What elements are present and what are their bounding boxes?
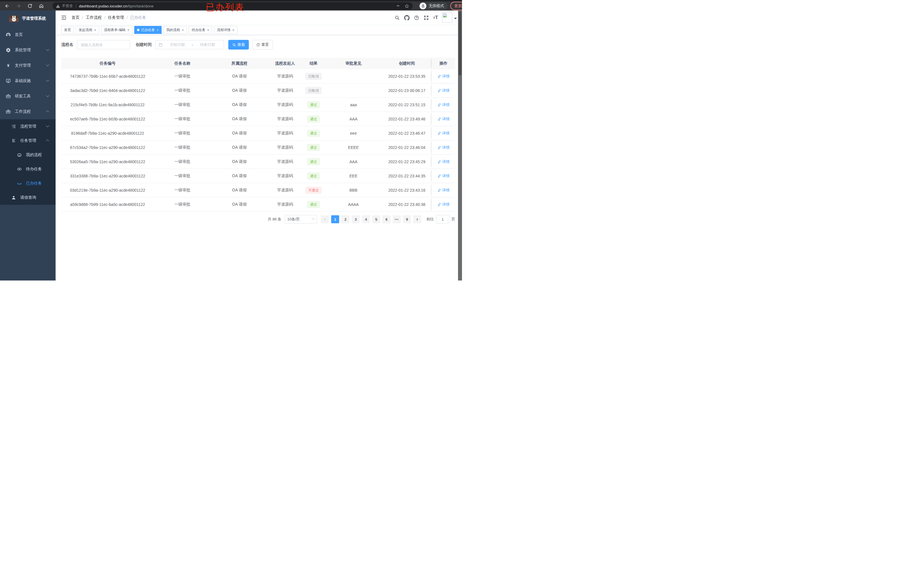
tag-close-icon[interactable]: × — [182, 28, 184, 32]
sidebar-item-8[interactable]: 我的流程 — [0, 148, 56, 162]
sidebar-item-11[interactable]: 请假查询 — [0, 190, 56, 205]
tag-close-icon[interactable]: × — [232, 28, 235, 32]
start-date-placeholder[interactable]: 开始日期 — [164, 42, 190, 47]
detail-link[interactable]: 详情 — [438, 188, 450, 193]
detail-link[interactable]: 详情 — [438, 117, 450, 121]
sidebar-item-3[interactable]: 基础设施 — [0, 73, 56, 88]
avatar[interactable] — [442, 12, 452, 23]
tag-close-icon[interactable]: × — [207, 28, 209, 32]
password-key-icon[interactable] — [396, 4, 400, 9]
sidebar-collapse-icon[interactable] — [61, 15, 67, 21]
sidebar-item-4[interactable]: 研发工具 — [0, 88, 56, 104]
result-badge: 通过 — [307, 201, 320, 208]
search-icon[interactable] — [394, 15, 400, 21]
url-host[interactable]: dashboard.yudao.iocoder.cn — [79, 4, 128, 8]
back-icon[interactable] — [4, 3, 10, 9]
breadcrumb-link[interactable]: 工作流程 — [86, 15, 102, 20]
tag-5[interactable]: 待办任务× — [189, 26, 212, 34]
content: 流程名 创建时间 开始日期 - 结束日期 搜索 重置 任务编号任务名称所属流程流… — [56, 35, 462, 280]
tag-close-icon[interactable]: × — [156, 28, 159, 32]
sidebar-item-2[interactable]: ¥支付管理 — [0, 58, 56, 73]
detail-link[interactable]: 详情 — [438, 202, 450, 207]
reload-icon[interactable] — [27, 3, 33, 9]
process-name-input[interactable] — [80, 42, 127, 47]
url-path[interactable]: /bpm/task/done — [128, 4, 154, 8]
goto-page-input[interactable] — [436, 215, 449, 224]
tag-close-icon[interactable]: × — [94, 28, 96, 32]
scrollbar-thumb[interactable] — [459, 11, 461, 75]
page-size-select[interactable]: 10条/页 — [285, 215, 317, 224]
search-button[interactable]: 搜索 — [228, 40, 249, 49]
avatar-dropdown-caret-icon[interactable] — [454, 18, 457, 21]
result-cell: 通过 — [302, 102, 325, 108]
tag-close-icon[interactable]: × — [128, 28, 130, 32]
starter-cell: 芋道源码 — [268, 145, 302, 150]
detail-link[interactable]: 详情 — [438, 145, 450, 150]
create-time-cell: 2022-01-22 23:40:38 — [382, 202, 432, 207]
page-button-5[interactable]: 5 — [372, 215, 380, 223]
active-tag-dot — [137, 29, 140, 31]
sidebar-item-5[interactable]: 工作流程 — [0, 104, 56, 119]
reset-button[interactable]: 重置 — [252, 40, 273, 49]
font-size-icon[interactable]: TT — [433, 15, 438, 21]
page-button-2[interactable]: 2 — [342, 215, 350, 223]
action-cell: 详情 — [432, 197, 455, 211]
sidebar-item-7[interactable]: 任务管理 — [0, 133, 56, 148]
detail-link[interactable]: 详情 — [438, 102, 450, 107]
tag-1[interactable]: 发起流程× — [76, 26, 99, 34]
detail-link[interactable]: 详情 — [438, 88, 450, 93]
detail-link-label: 详情 — [442, 202, 450, 207]
detail-link-label: 详情 — [442, 174, 450, 178]
detail-link[interactable]: 详情 — [438, 174, 450, 178]
page-button-3[interactable]: 3 — [352, 215, 360, 223]
end-date-placeholder[interactable]: 结束日期 — [194, 42, 221, 47]
tag-2[interactable]: 流程表单-编辑× — [101, 26, 132, 34]
bookmark-star-icon[interactable] — [404, 4, 409, 9]
edit-icon — [438, 174, 441, 178]
tag-4[interactable]: 我的流程× — [164, 26, 187, 34]
create-time-label: 创建时间 — [136, 42, 152, 47]
sidebar-item-1[interactable]: 系统管理 — [0, 42, 56, 58]
detail-link[interactable]: 详情 — [438, 74, 450, 79]
page-button-1[interactable]: 1 — [331, 215, 339, 223]
prev-page-button[interactable]: ‹ — [321, 215, 329, 223]
sidebar-item-9[interactable]: 待办任务 — [0, 162, 56, 176]
task-id-cell: 74736737-7b9b-11ec-b5b7-acde48001122 — [61, 74, 154, 79]
forward-icon[interactable] — [16, 3, 21, 9]
detail-link-label: 详情 — [442, 102, 450, 107]
edit-icon — [438, 202, 441, 206]
logo[interactable]: 芋道管理系统 — [0, 10, 56, 27]
task-name-cell: 一级审批 — [154, 88, 211, 93]
date-range-picker[interactable]: 开始日期 - 结束日期 — [155, 40, 224, 49]
sidebar-item-10[interactable]: 已办任务 — [0, 176, 56, 190]
tag-6[interactable]: 流程详情× — [214, 26, 237, 34]
sidebar-item-label: 已办任务 — [26, 181, 42, 186]
detail-link[interactable]: 详情 — [438, 159, 450, 164]
chevron-down-icon — [312, 217, 315, 220]
page-button-6[interactable]: 6 — [382, 215, 390, 223]
edit-icon — [438, 131, 441, 135]
home-icon[interactable] — [39, 3, 44, 9]
sidebar-item-6[interactable]: 流程管理 — [0, 119, 56, 133]
page-more-button[interactable]: ••• — [393, 215, 401, 223]
page-button-4[interactable]: 4 — [362, 215, 370, 223]
breadcrumb-link[interactable]: 首页 — [72, 15, 80, 20]
breadcrumb-link[interactable]: 任务管理 — [108, 15, 124, 20]
result-badge: 通过 — [307, 144, 320, 151]
result-badge: 通过 — [307, 130, 320, 137]
tag-3[interactable]: 已办任务× — [134, 26, 162, 34]
tag-0[interactable]: 首页 — [61, 26, 74, 34]
security-label[interactable]: 不安全 — [62, 3, 73, 9]
page-button-9[interactable]: 9 — [403, 215, 411, 223]
fullscreen-icon[interactable] — [423, 15, 429, 21]
github-icon[interactable] — [404, 15, 410, 21]
user-icon — [11, 195, 16, 200]
help-icon[interactable] — [414, 15, 419, 21]
breadcrumb-separator: / — [126, 15, 128, 20]
tag-label: 我的流程 — [166, 28, 180, 33]
sidebar-item-0[interactable]: 首页 — [0, 27, 56, 42]
update-button[interactable]: 更新 — [450, 2, 462, 10]
next-page-button[interactable]: › — [413, 215, 421, 223]
page-scrollbar[interactable] — [458, 10, 462, 280]
detail-link[interactable]: 详情 — [438, 131, 450, 136]
